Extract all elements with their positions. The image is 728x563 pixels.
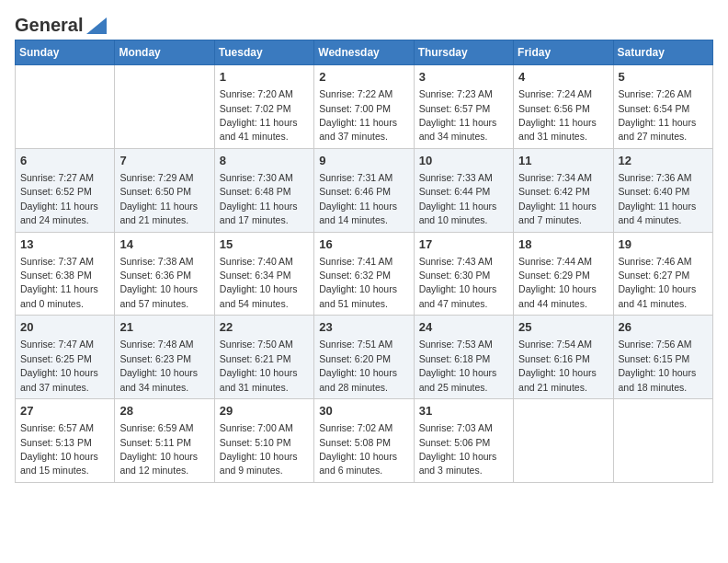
calendar-cell: 13Sunrise: 7:37 AMSunset: 6:38 PMDayligh… <box>16 232 115 316</box>
calendar-cell: 24Sunrise: 7:53 AMSunset: 6:18 PMDayligh… <box>414 316 513 399</box>
cell-content: Sunrise: 7:48 AMSunset: 6:23 PMDaylight:… <box>119 339 198 392</box>
logo: General <box>15 15 107 32</box>
cell-content: Sunrise: 7:47 AMSunset: 6:25 PMDaylight:… <box>20 339 98 392</box>
cell-content: Sunrise: 7:31 AMSunset: 6:46 PMDaylight:… <box>319 172 397 225</box>
calendar-cell: 10Sunrise: 7:33 AMSunset: 6:44 PMDayligh… <box>414 148 513 232</box>
page-header: General <box>15 15 713 32</box>
calendar-cell: 5Sunrise: 7:26 AMSunset: 6:54 PMDaylight… <box>613 65 712 149</box>
header-friday: Friday <box>514 40 613 65</box>
cell-content: Sunrise: 7:30 AMSunset: 6:48 PMDaylight:… <box>220 172 298 225</box>
day-number: 29 <box>220 403 309 419</box>
calendar-cell: 18Sunrise: 7:44 AMSunset: 6:29 PMDayligh… <box>514 232 613 316</box>
day-number: 19 <box>619 236 708 253</box>
calendar-cell: 22Sunrise: 7:50 AMSunset: 6:21 PMDayligh… <box>214 316 313 399</box>
cell-content: Sunrise: 7:20 AMSunset: 7:02 PMDaylight:… <box>220 88 298 142</box>
calendar-cell: 26Sunrise: 7:56 AMSunset: 6:15 PMDayligh… <box>613 316 712 399</box>
calendar-cell: 12Sunrise: 7:36 AMSunset: 6:40 PMDayligh… <box>613 148 712 232</box>
cell-content: Sunrise: 7:02 AMSunset: 5:08 PMDaylight:… <box>319 422 397 476</box>
calendar-cell: 15Sunrise: 7:40 AMSunset: 6:34 PMDayligh… <box>214 232 313 316</box>
cell-content: Sunrise: 7:50 AMSunset: 6:21 PMDaylight:… <box>220 339 298 392</box>
header-row: SundayMondayTuesdayWednesdayThursdayFrid… <box>16 40 713 65</box>
calendar-cell <box>115 65 214 149</box>
logo-general: General <box>15 15 83 36</box>
day-number: 28 <box>119 403 209 419</box>
day-number: 10 <box>419 153 508 169</box>
calendar-cell: 29Sunrise: 7:00 AMSunset: 5:10 PMDayligh… <box>214 399 313 483</box>
day-number: 20 <box>20 319 109 336</box>
cell-content: Sunrise: 7:29 AMSunset: 6:50 PMDaylight:… <box>119 172 198 225</box>
day-number: 13 <box>20 236 109 253</box>
header-monday: Monday <box>115 40 214 65</box>
day-number: 31 <box>419 403 508 419</box>
day-number: 3 <box>419 69 508 86</box>
cell-content: Sunrise: 7:51 AMSunset: 6:20 PMDaylight:… <box>319 339 397 392</box>
day-number: 26 <box>619 319 708 336</box>
calendar-cell: 23Sunrise: 7:51 AMSunset: 6:20 PMDayligh… <box>314 316 414 399</box>
cell-content: Sunrise: 7:24 AMSunset: 6:56 PMDaylight:… <box>518 88 597 142</box>
calendar-cell: 7Sunrise: 7:29 AMSunset: 6:50 PMDaylight… <box>115 148 214 232</box>
calendar-cell: 28Sunrise: 6:59 AMSunset: 5:11 PMDayligh… <box>115 399 214 483</box>
cell-content: Sunrise: 7:44 AMSunset: 6:29 PMDaylight:… <box>518 256 597 309</box>
day-number: 22 <box>220 319 309 336</box>
calendar-cell <box>514 399 613 483</box>
header-sunday: Sunday <box>16 40 115 65</box>
cell-content: Sunrise: 7:38 AMSunset: 6:36 PMDaylight:… <box>119 256 198 309</box>
day-number: 25 <box>518 319 608 336</box>
day-number: 2 <box>319 69 408 86</box>
cell-content: Sunrise: 7:03 AMSunset: 5:06 PMDaylight:… <box>419 422 497 476</box>
day-number: 9 <box>319 153 408 169</box>
day-number: 15 <box>220 236 309 253</box>
day-number: 1 <box>220 69 309 86</box>
cell-content: Sunrise: 6:59 AMSunset: 5:11 PMDaylight:… <box>119 422 198 476</box>
calendar-cell <box>16 65 115 149</box>
calendar-cell: 20Sunrise: 7:47 AMSunset: 6:25 PMDayligh… <box>16 316 115 399</box>
cell-content: Sunrise: 7:46 AMSunset: 6:27 PMDaylight:… <box>619 256 697 309</box>
cell-content: Sunrise: 7:41 AMSunset: 6:32 PMDaylight:… <box>319 256 397 309</box>
week-row-2: 6Sunrise: 7:27 AMSunset: 6:52 PMDaylight… <box>16 148 713 232</box>
day-number: 5 <box>619 69 708 86</box>
cell-content: Sunrise: 7:43 AMSunset: 6:30 PMDaylight:… <box>419 256 497 309</box>
day-number: 30 <box>319 403 408 419</box>
calendar-cell: 17Sunrise: 7:43 AMSunset: 6:30 PMDayligh… <box>414 232 513 316</box>
week-row-1: 1Sunrise: 7:20 AMSunset: 7:02 PMDaylight… <box>16 65 713 149</box>
calendar-cell: 25Sunrise: 7:54 AMSunset: 6:16 PMDayligh… <box>514 316 613 399</box>
calendar-cell: 1Sunrise: 7:20 AMSunset: 7:02 PMDaylight… <box>214 65 313 149</box>
calendar-cell: 2Sunrise: 7:22 AMSunset: 7:00 PMDaylight… <box>314 65 414 149</box>
week-row-3: 13Sunrise: 7:37 AMSunset: 6:38 PMDayligh… <box>16 232 713 316</box>
calendar-cell: 9Sunrise: 7:31 AMSunset: 6:46 PMDaylight… <box>314 148 414 232</box>
day-number: 11 <box>518 153 608 169</box>
day-number: 12 <box>619 153 708 169</box>
calendar-cell: 27Sunrise: 6:57 AMSunset: 5:13 PMDayligh… <box>16 399 115 483</box>
logo-icon <box>86 17 107 34</box>
calendar-table: SundayMondayTuesdayWednesdayThursdayFrid… <box>15 40 713 483</box>
day-number: 6 <box>20 153 109 169</box>
day-number: 4 <box>518 69 608 86</box>
cell-content: Sunrise: 7:00 AMSunset: 5:10 PMDaylight:… <box>220 422 298 476</box>
calendar-cell: 6Sunrise: 7:27 AMSunset: 6:52 PMDaylight… <box>16 148 115 232</box>
calendar-cell: 16Sunrise: 7:41 AMSunset: 6:32 PMDayligh… <box>314 232 414 316</box>
cell-content: Sunrise: 7:27 AMSunset: 6:52 PMDaylight:… <box>20 172 98 225</box>
cell-content: Sunrise: 7:54 AMSunset: 6:16 PMDaylight:… <box>518 339 597 392</box>
header-wednesday: Wednesday <box>314 40 414 65</box>
day-number: 23 <box>319 319 408 336</box>
day-number: 17 <box>419 236 508 253</box>
week-row-4: 20Sunrise: 7:47 AMSunset: 6:25 PMDayligh… <box>16 316 713 399</box>
cell-content: Sunrise: 7:37 AMSunset: 6:38 PMDaylight:… <box>20 256 98 309</box>
svg-marker-0 <box>86 17 107 34</box>
calendar-cell: 11Sunrise: 7:34 AMSunset: 6:42 PMDayligh… <box>514 148 613 232</box>
cell-content: Sunrise: 7:22 AMSunset: 7:00 PMDaylight:… <box>319 88 397 142</box>
day-number: 14 <box>119 236 209 253</box>
header-saturday: Saturday <box>613 40 712 65</box>
day-number: 16 <box>319 236 408 253</box>
day-number: 27 <box>20 403 109 419</box>
calendar-cell: 8Sunrise: 7:30 AMSunset: 6:48 PMDaylight… <box>214 148 313 232</box>
cell-content: Sunrise: 7:56 AMSunset: 6:15 PMDaylight:… <box>619 339 697 392</box>
day-number: 24 <box>419 319 508 336</box>
cell-content: Sunrise: 7:53 AMSunset: 6:18 PMDaylight:… <box>419 339 497 392</box>
header-thursday: Thursday <box>414 40 513 65</box>
day-number: 21 <box>119 319 209 336</box>
calendar-cell: 21Sunrise: 7:48 AMSunset: 6:23 PMDayligh… <box>115 316 214 399</box>
cell-content: Sunrise: 7:33 AMSunset: 6:44 PMDaylight:… <box>419 172 497 225</box>
cell-content: Sunrise: 7:36 AMSunset: 6:40 PMDaylight:… <box>619 172 697 225</box>
calendar-cell: 14Sunrise: 7:38 AMSunset: 6:36 PMDayligh… <box>115 232 214 316</box>
